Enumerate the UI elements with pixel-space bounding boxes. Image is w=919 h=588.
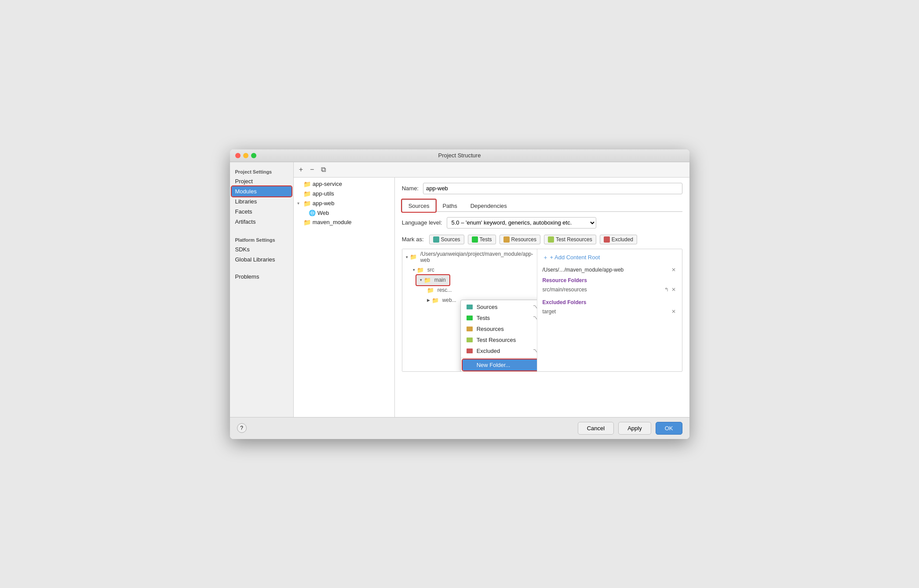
ok-button[interactable]: OK: [656, 422, 682, 435]
excluded-mark-icon: [604, 236, 610, 243]
ctx-resources[interactable]: Resources: [461, 323, 537, 334]
add-module-button[interactable]: +: [297, 165, 305, 174]
name-input[interactable]: [423, 183, 682, 194]
tree-item-web[interactable]: 🌐 Web: [294, 208, 394, 218]
excluded-folder-remove-button[interactable]: ✕: [671, 308, 677, 316]
tree-item-app-utils[interactable]: 📁 app-utils: [294, 189, 394, 199]
content-root-path-row: /Users/…/maven_module/app-web ✕: [543, 266, 677, 274]
ctx-new-folder-icon: +: [466, 362, 473, 368]
help-button[interactable]: ?: [237, 423, 247, 433]
project-structure-window: Project Structure Project Settings Proje…: [230, 149, 689, 439]
problems-section: Problems: [230, 272, 293, 282]
src-row: ▾ 📁 src: [409, 265, 537, 275]
right-panel: ＋ + Add Content Root /Users/…/maven_modu…: [537, 249, 682, 371]
tests-mark-icon: [472, 236, 478, 243]
mark-tests-button[interactable]: Tests: [468, 235, 496, 244]
excluded-folders-heading: Excluded Folders: [543, 299, 677, 305]
module-toolbar: + − ⧉: [294, 162, 689, 178]
ctx-excluded-icon: [466, 348, 473, 354]
mark-sources-button[interactable]: Sources: [429, 235, 464, 244]
excluded-folder-item: target ✕: [543, 307, 677, 316]
window-title: Project Structure: [438, 152, 481, 159]
mark-test-resources-button[interactable]: Test Resources: [544, 235, 596, 244]
cancel-button[interactable]: Cancel: [578, 422, 614, 435]
bottom-bar: ? Cancel Apply OK: [230, 417, 689, 439]
ctx-tests[interactable]: Tests ⌥T: [461, 312, 537, 323]
ctx-sources[interactable]: Sources ⌥S: [461, 301, 537, 312]
language-level-select[interactable]: 5.0 – 'enum' keyword, generics, autoboxi…: [447, 217, 596, 229]
tab-dependencies[interactable]: Dependencies: [464, 200, 514, 212]
mark-as-row: Mark as: Sources Tests Resources: [402, 235, 682, 244]
web-folder-icon: 📁: [432, 297, 439, 304]
folder-icon: 📁: [303, 219, 311, 226]
titlebar: Project Structure: [230, 149, 689, 162]
name-row: Name:: [402, 183, 682, 194]
ctx-separator: [461, 358, 537, 358]
folder-icon: 📁: [303, 200, 311, 207]
tree-item-maven-module[interactable]: 📁 maven_module: [294, 218, 394, 227]
tree-item-app-web[interactable]: ▾ 📁 app-web: [294, 199, 394, 208]
minimize-button[interactable]: [243, 153, 248, 158]
copy-module-button[interactable]: ⧉: [319, 165, 328, 174]
tab-sources[interactable]: Sources: [402, 200, 436, 212]
context-menu: Sources ⌥S Tests ⌥T: [460, 300, 537, 371]
module-content: 📁 app-service 📁 app-utils ▾ 📁 app-web: [294, 178, 689, 417]
sidebar-item-libraries[interactable]: Libraries: [230, 196, 293, 207]
language-level-row: Language level: 5.0 – 'enum' keyword, ge…: [402, 217, 682, 229]
resources-mark-icon: [503, 236, 510, 243]
main-row[interactable]: ▾ 📁 main: [416, 275, 449, 285]
resource-folder-item: src/main/resources ↰ ✕: [543, 285, 677, 294]
resource-folder-edit-icon[interactable]: ↰: [664, 287, 669, 293]
tabs: Sources Paths Dependencies: [402, 200, 682, 212]
web-icon: 🌐: [309, 210, 316, 216]
sidebar-item-project[interactable]: Project: [230, 176, 293, 186]
close-content-root-button[interactable]: ✕: [671, 266, 677, 274]
language-level-label: Language level:: [402, 219, 442, 226]
ctx-sources-icon: [466, 304, 473, 310]
folder-icon: 📁: [303, 181, 311, 188]
src-folder-icon: 📁: [417, 267, 424, 273]
root-folder-icon: 📁: [410, 254, 417, 260]
apply-button[interactable]: Apply: [618, 422, 651, 435]
mark-resources-button[interactable]: Resources: [500, 235, 540, 244]
testres-mark-icon: [548, 236, 554, 243]
tab-paths[interactable]: Paths: [436, 200, 463, 212]
mark-excluded-button[interactable]: Excluded: [600, 235, 637, 244]
ctx-test-resources[interactable]: Test Resources: [461, 334, 537, 345]
main-layout: Project Settings Project Modules Librari…: [230, 162, 689, 417]
resource-folder-remove-button[interactable]: ✕: [671, 286, 677, 294]
ctx-new-folder[interactable]: + New Folder...: [463, 359, 537, 370]
sidebar-item-artifacts[interactable]: Artifacts: [230, 217, 293, 227]
sidebar-item-global-libraries[interactable]: Global Libraries: [230, 254, 293, 265]
ctx-resources-icon: [466, 326, 473, 332]
module-tree: 📁 app-service 📁 app-utils ▾ 📁 app-web: [294, 178, 395, 417]
maximize-button[interactable]: [251, 153, 256, 158]
sidebar-item-modules[interactable]: Modules: [232, 186, 292, 196]
sidebar-item-facets[interactable]: Facets: [230, 207, 293, 217]
ctx-testres-icon: [466, 337, 473, 343]
sidebar: Project Settings Project Modules Librari…: [230, 162, 294, 417]
sources-mark-icon: [433, 236, 439, 243]
folder-icon: 📁: [303, 190, 311, 197]
file-tree-area: ▾ 📁 /Users/yuanweiqian/project/maven_mod…: [402, 249, 537, 371]
sources-panel: ▾ 📁 /Users/yuanweiqian/project/maven_mod…: [402, 249, 682, 372]
add-content-root-button[interactable]: ＋ + Add Content Root: [543, 254, 677, 261]
platform-settings-heading: Platform Settings: [230, 234, 293, 244]
tree-item-app-service[interactable]: 📁 app-service: [294, 179, 394, 189]
main-folder-icon: 📁: [424, 277, 431, 283]
sidebar-item-sdks[interactable]: SDKs: [230, 244, 293, 254]
resources-row[interactable]: 📁 resc...: [423, 285, 537, 295]
resource-folders-heading: Resource Folders: [543, 277, 677, 283]
sidebar-item-problems[interactable]: Problems: [230, 272, 293, 282]
name-label: Name:: [402, 185, 419, 192]
resources-icon: 📁: [427, 287, 434, 294]
ctx-excluded[interactable]: Excluded ⌥E: [461, 345, 537, 356]
mark-as-label: Mark as:: [402, 236, 424, 243]
module-settings-panel: Name: Sources Paths Dependencies: [395, 178, 689, 417]
ctx-tests-icon: [466, 315, 473, 321]
project-settings-heading: Project Settings: [230, 166, 293, 176]
close-button[interactable]: [235, 153, 241, 158]
root-path-row: ▾ 📁 /Users/yuanweiqian/project/maven_mod…: [402, 249, 537, 265]
remove-module-button[interactable]: −: [308, 165, 316, 174]
content-area: + − ⧉ 📁 app-service 📁 app-utils: [294, 162, 689, 417]
